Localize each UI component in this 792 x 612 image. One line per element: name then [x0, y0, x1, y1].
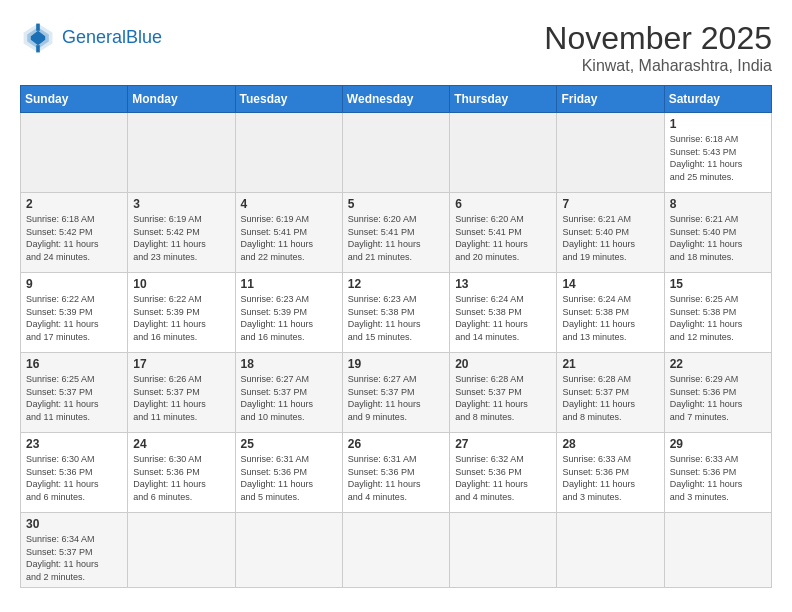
day-number: 11 — [241, 277, 337, 291]
page-header: GeneralBlue November 2025 Kinwat, Mahara… — [20, 20, 772, 75]
location: Kinwat, Maharashtra, India — [544, 57, 772, 75]
month-title: November 2025 — [544, 20, 772, 57]
logo-icon — [20, 20, 56, 56]
calendar-cell: 11Sunrise: 6:23 AM Sunset: 5:39 PM Dayli… — [235, 273, 342, 353]
day-info: Sunrise: 6:20 AM Sunset: 5:41 PM Dayligh… — [455, 213, 551, 263]
calendar-cell: 9Sunrise: 6:22 AM Sunset: 5:39 PM Daylig… — [21, 273, 128, 353]
day-number: 7 — [562, 197, 658, 211]
day-number: 16 — [26, 357, 122, 371]
calendar-cell: 10Sunrise: 6:22 AM Sunset: 5:39 PM Dayli… — [128, 273, 235, 353]
calendar-cell — [450, 513, 557, 588]
svg-rect-5 — [36, 45, 40, 52]
calendar-cell: 24Sunrise: 6:30 AM Sunset: 5:36 PM Dayli… — [128, 433, 235, 513]
day-number: 1 — [670, 117, 766, 131]
day-info: Sunrise: 6:23 AM Sunset: 5:39 PM Dayligh… — [241, 293, 337, 343]
calendar-cell — [342, 113, 449, 193]
calendar-cell: 29Sunrise: 6:33 AM Sunset: 5:36 PM Dayli… — [664, 433, 771, 513]
day-number: 30 — [26, 517, 122, 531]
days-header-row: SundayMondayTuesdayWednesdayThursdayFrid… — [21, 86, 772, 113]
calendar-cell: 27Sunrise: 6:32 AM Sunset: 5:36 PM Dayli… — [450, 433, 557, 513]
calendar-cell: 26Sunrise: 6:31 AM Sunset: 5:36 PM Dayli… — [342, 433, 449, 513]
calendar-cell: 13Sunrise: 6:24 AM Sunset: 5:38 PM Dayli… — [450, 273, 557, 353]
calendar-cell: 16Sunrise: 6:25 AM Sunset: 5:37 PM Dayli… — [21, 353, 128, 433]
day-number: 21 — [562, 357, 658, 371]
logo: GeneralBlue — [20, 20, 162, 56]
calendar-cell — [235, 113, 342, 193]
calendar-cell — [557, 113, 664, 193]
day-info: Sunrise: 6:21 AM Sunset: 5:40 PM Dayligh… — [670, 213, 766, 263]
day-number: 3 — [133, 197, 229, 211]
day-info: Sunrise: 6:19 AM Sunset: 5:42 PM Dayligh… — [133, 213, 229, 263]
day-number: 27 — [455, 437, 551, 451]
day-info: Sunrise: 6:19 AM Sunset: 5:41 PM Dayligh… — [241, 213, 337, 263]
day-header-saturday: Saturday — [664, 86, 771, 113]
calendar-cell — [21, 113, 128, 193]
svg-rect-4 — [36, 24, 40, 31]
day-info: Sunrise: 6:18 AM Sunset: 5:43 PM Dayligh… — [670, 133, 766, 183]
day-header-friday: Friday — [557, 86, 664, 113]
day-header-sunday: Sunday — [21, 86, 128, 113]
day-info: Sunrise: 6:33 AM Sunset: 5:36 PM Dayligh… — [670, 453, 766, 503]
calendar-cell: 20Sunrise: 6:28 AM Sunset: 5:37 PM Dayli… — [450, 353, 557, 433]
calendar-cell: 18Sunrise: 6:27 AM Sunset: 5:37 PM Dayli… — [235, 353, 342, 433]
day-number: 20 — [455, 357, 551, 371]
calendar-cell: 7Sunrise: 6:21 AM Sunset: 5:40 PM Daylig… — [557, 193, 664, 273]
logo-general: General — [62, 27, 126, 47]
day-info: Sunrise: 6:27 AM Sunset: 5:37 PM Dayligh… — [241, 373, 337, 423]
calendar-cell — [128, 513, 235, 588]
day-number: 17 — [133, 357, 229, 371]
day-info: Sunrise: 6:26 AM Sunset: 5:37 PM Dayligh… — [133, 373, 229, 423]
calendar-cell — [342, 513, 449, 588]
day-number: 25 — [241, 437, 337, 451]
week-row-5: 30Sunrise: 6:34 AM Sunset: 5:37 PM Dayli… — [21, 513, 772, 588]
day-number: 18 — [241, 357, 337, 371]
day-number: 19 — [348, 357, 444, 371]
day-number: 26 — [348, 437, 444, 451]
day-info: Sunrise: 6:31 AM Sunset: 5:36 PM Dayligh… — [241, 453, 337, 503]
calendar-cell — [235, 513, 342, 588]
day-info: Sunrise: 6:23 AM Sunset: 5:38 PM Dayligh… — [348, 293, 444, 343]
calendar-cell — [557, 513, 664, 588]
day-info: Sunrise: 6:25 AM Sunset: 5:37 PM Dayligh… — [26, 373, 122, 423]
day-number: 15 — [670, 277, 766, 291]
calendar-body: 1Sunrise: 6:18 AM Sunset: 5:43 PM Daylig… — [21, 113, 772, 588]
day-number: 8 — [670, 197, 766, 211]
day-number: 24 — [133, 437, 229, 451]
day-info: Sunrise: 6:20 AM Sunset: 5:41 PM Dayligh… — [348, 213, 444, 263]
calendar-cell: 2Sunrise: 6:18 AM Sunset: 5:42 PM Daylig… — [21, 193, 128, 273]
calendar-cell: 17Sunrise: 6:26 AM Sunset: 5:37 PM Dayli… — [128, 353, 235, 433]
day-header-thursday: Thursday — [450, 86, 557, 113]
day-number: 29 — [670, 437, 766, 451]
day-info: Sunrise: 6:29 AM Sunset: 5:36 PM Dayligh… — [670, 373, 766, 423]
day-number: 23 — [26, 437, 122, 451]
week-row-2: 9Sunrise: 6:22 AM Sunset: 5:39 PM Daylig… — [21, 273, 772, 353]
day-info: Sunrise: 6:32 AM Sunset: 5:36 PM Dayligh… — [455, 453, 551, 503]
calendar-cell: 25Sunrise: 6:31 AM Sunset: 5:36 PM Dayli… — [235, 433, 342, 513]
day-number: 2 — [26, 197, 122, 211]
day-info: Sunrise: 6:27 AM Sunset: 5:37 PM Dayligh… — [348, 373, 444, 423]
day-header-tuesday: Tuesday — [235, 86, 342, 113]
week-row-1: 2Sunrise: 6:18 AM Sunset: 5:42 PM Daylig… — [21, 193, 772, 273]
title-block: November 2025 Kinwat, Maharashtra, India — [544, 20, 772, 75]
calendar-header: SundayMondayTuesdayWednesdayThursdayFrid… — [21, 86, 772, 113]
day-number: 9 — [26, 277, 122, 291]
calendar-cell: 30Sunrise: 6:34 AM Sunset: 5:37 PM Dayli… — [21, 513, 128, 588]
calendar-cell: 21Sunrise: 6:28 AM Sunset: 5:37 PM Dayli… — [557, 353, 664, 433]
day-info: Sunrise: 6:28 AM Sunset: 5:37 PM Dayligh… — [562, 373, 658, 423]
day-number: 10 — [133, 277, 229, 291]
calendar-cell — [128, 113, 235, 193]
day-number: 13 — [455, 277, 551, 291]
calendar-cell: 6Sunrise: 6:20 AM Sunset: 5:41 PM Daylig… — [450, 193, 557, 273]
day-info: Sunrise: 6:30 AM Sunset: 5:36 PM Dayligh… — [133, 453, 229, 503]
day-info: Sunrise: 6:33 AM Sunset: 5:36 PM Dayligh… — [562, 453, 658, 503]
calendar-cell: 4Sunrise: 6:19 AM Sunset: 5:41 PM Daylig… — [235, 193, 342, 273]
calendar-cell: 19Sunrise: 6:27 AM Sunset: 5:37 PM Dayli… — [342, 353, 449, 433]
day-info: Sunrise: 6:22 AM Sunset: 5:39 PM Dayligh… — [26, 293, 122, 343]
day-number: 14 — [562, 277, 658, 291]
day-info: Sunrise: 6:25 AM Sunset: 5:38 PM Dayligh… — [670, 293, 766, 343]
calendar-cell: 3Sunrise: 6:19 AM Sunset: 5:42 PM Daylig… — [128, 193, 235, 273]
day-number: 5 — [348, 197, 444, 211]
week-row-0: 1Sunrise: 6:18 AM Sunset: 5:43 PM Daylig… — [21, 113, 772, 193]
day-number: 4 — [241, 197, 337, 211]
calendar-cell: 23Sunrise: 6:30 AM Sunset: 5:36 PM Dayli… — [21, 433, 128, 513]
